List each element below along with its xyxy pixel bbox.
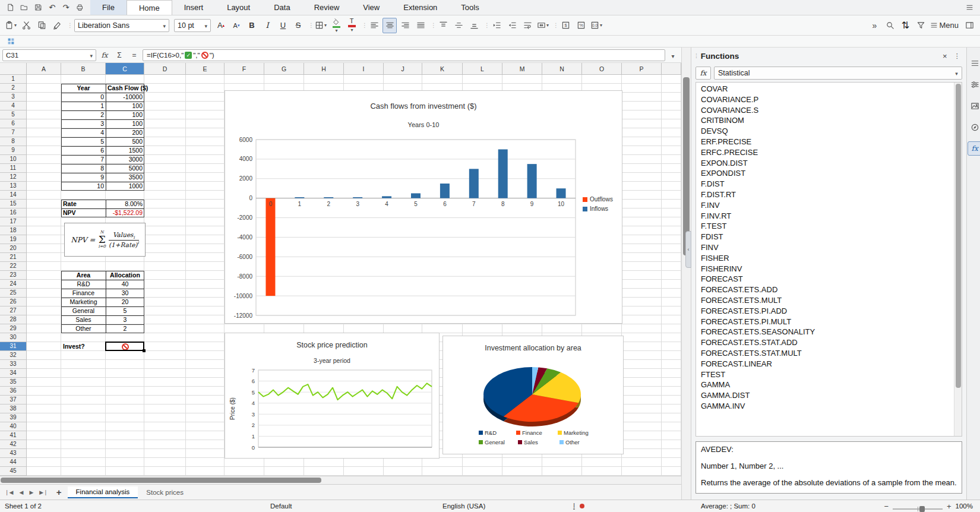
row-header-25[interactable]: 25 bbox=[0, 289, 26, 298]
cell-C5[interactable]: 100 bbox=[106, 110, 144, 119]
bold-button[interactable] bbox=[245, 18, 259, 33]
name-box[interactable]: C31 bbox=[2, 49, 96, 61]
borders-button[interactable] bbox=[314, 18, 328, 33]
function-item[interactable]: FINV bbox=[696, 242, 953, 253]
col-header-I[interactable]: I bbox=[344, 63, 384, 75]
row-header-34[interactable]: 34 bbox=[0, 369, 26, 378]
selection-summary[interactable]: Average: ; Sum: 0 bbox=[701, 500, 755, 512]
zoom-out-icon[interactable] bbox=[884, 502, 889, 511]
cell-B11[interactable]: 8 bbox=[61, 164, 106, 173]
gallery-icon[interactable] bbox=[968, 99, 980, 113]
align-right-button[interactable] bbox=[398, 18, 412, 33]
row-header-42[interactable]: 42 bbox=[0, 440, 26, 449]
menu-tab-tools[interactable]: Tools bbox=[449, 0, 491, 15]
cell-C28[interactable]: 3 bbox=[106, 315, 144, 324]
function-item[interactable]: COVARIANCE.S bbox=[696, 105, 953, 116]
zoom-level[interactable]: 100% bbox=[956, 502, 973, 510]
function-item[interactable]: GAMMA.DIST bbox=[696, 390, 953, 401]
col-header-A[interactable]: A bbox=[27, 63, 61, 75]
horizontal-scrollbar[interactable] bbox=[0, 476, 681, 484]
row-header-3[interactable]: 3 bbox=[0, 93, 26, 102]
row-header-6[interactable]: 6 bbox=[0, 119, 26, 128]
npv-formula-object[interactable]: NPV = N Σ i=0 Valuesi (1+Rate)i bbox=[64, 223, 146, 257]
function-item[interactable]: F.INV bbox=[696, 200, 953, 211]
paste-button[interactable] bbox=[4, 18, 18, 33]
cell-C12[interactable]: 3500 bbox=[106, 173, 144, 182]
sidebar-more-icon[interactable] bbox=[954, 52, 962, 60]
row-header-41[interactable]: 41 bbox=[0, 431, 26, 440]
functions-icon[interactable] bbox=[968, 141, 980, 156]
function-item[interactable]: GAMMA bbox=[696, 380, 953, 390]
row-header-24[interactable]: 24 bbox=[0, 280, 26, 289]
expand-formula-bar-icon[interactable] bbox=[667, 50, 679, 61]
filter-icon[interactable] bbox=[913, 18, 928, 33]
cell-C13[interactable]: 1000 bbox=[106, 182, 144, 191]
cell-B6[interactable]: 3 bbox=[61, 119, 106, 128]
row-header-27[interactable]: 27 bbox=[0, 306, 26, 315]
col-header-O[interactable]: O bbox=[582, 63, 622, 75]
function-item[interactable]: FORECAST.ETS.SEASONALITY bbox=[696, 327, 953, 337]
row-header-33[interactable]: 33 bbox=[0, 360, 26, 369]
row-header-10[interactable]: 10 bbox=[0, 155, 26, 164]
function-item[interactable]: FDIST bbox=[696, 232, 953, 242]
hamburger-menu-icon[interactable] bbox=[963, 2, 975, 14]
row-header-16[interactable]: 16 bbox=[0, 208, 26, 217]
decrease-indent-button[interactable] bbox=[505, 18, 519, 33]
sidebar-toggle-icon[interactable] bbox=[962, 18, 976, 33]
font-name-combobox[interactable]: Liberation Sans bbox=[74, 19, 169, 32]
row-header-4[interactable]: 4 bbox=[0, 102, 26, 110]
cell-B15[interactable]: Rate bbox=[61, 200, 106, 208]
row-header-5[interactable]: 5 bbox=[0, 110, 26, 119]
col-header-K[interactable]: K bbox=[422, 63, 463, 75]
next-sheet-icon[interactable]: ▶ bbox=[27, 489, 36, 495]
row-header-38[interactable]: 38 bbox=[0, 404, 26, 413]
cell-C23[interactable]: Allocation bbox=[106, 271, 144, 280]
cell-B5[interactable]: 2 bbox=[61, 110, 106, 119]
col-header-M[interactable]: M bbox=[502, 63, 542, 75]
row-header-43[interactable]: 43 bbox=[0, 449, 26, 458]
function-item[interactable]: FTEST bbox=[696, 369, 953, 380]
function-item[interactable]: ERF.PRECISE bbox=[696, 137, 953, 147]
menu-tab-review[interactable]: Review bbox=[302, 0, 352, 15]
select-all-corner[interactable] bbox=[0, 63, 27, 75]
sheet-grid[interactable]: NPV = N Σ i=0 Valuesi (1+Rate)i 600 bbox=[27, 75, 681, 476]
last-sheet-icon[interactable]: ▶❘ bbox=[37, 489, 50, 495]
col-header-N[interactable]: N bbox=[542, 63, 582, 75]
add-sheet-button[interactable]: + bbox=[52, 487, 67, 497]
horizontal-scrollbar-thumb[interactable] bbox=[1, 478, 321, 483]
col-header-G[interactable]: G bbox=[264, 63, 304, 75]
equals-icon[interactable] bbox=[128, 51, 141, 59]
function-item[interactable]: F.DIST bbox=[696, 179, 953, 189]
stock-price-chart[interactable]: 01234567Price ($)Stock price prediction3… bbox=[225, 333, 440, 459]
undo-icon[interactable]: ↶ bbox=[46, 2, 58, 14]
vertical-scrollbar[interactable] bbox=[681, 48, 691, 500]
vertical-scrollbar-thumb[interactable] bbox=[683, 77, 690, 255]
row-header-11[interactable]: 11 bbox=[0, 164, 26, 173]
col-header-H[interactable]: H bbox=[304, 63, 344, 75]
function-item[interactable]: FORECAST.ETS.STAT.ADD bbox=[696, 337, 953, 348]
function-item[interactable]: F.INV.RT bbox=[696, 211, 953, 222]
function-item[interactable]: FISHERINV bbox=[696, 264, 953, 274]
function-item[interactable]: FORECAST.ETS.MULT bbox=[696, 295, 953, 306]
menu-tab-layout[interactable]: Layout bbox=[215, 0, 262, 15]
cashflow-chart[interactable]: 6000400020000-2000-4000-6000-8000-10000-… bbox=[225, 90, 622, 324]
cell-C24[interactable]: 40 bbox=[106, 280, 144, 289]
allocation-pie-chart[interactable]: Investment allocation by areaR&DFinanceM… bbox=[442, 336, 624, 454]
function-item[interactable]: F.TEST bbox=[696, 221, 953, 232]
insert-function-button[interactable] bbox=[696, 67, 711, 80]
cell-B9[interactable]: 6 bbox=[61, 146, 106, 155]
sheet-info[interactable]: Sheet 1 of 2 bbox=[5, 500, 42, 512]
row-header-1[interactable]: 1 bbox=[0, 75, 26, 84]
row-header-32[interactable]: 32 bbox=[0, 351, 26, 360]
format-as-currency-button[interactable]: $ bbox=[558, 18, 573, 33]
properties-icon[interactable] bbox=[968, 77, 980, 91]
cell-B28[interactable]: Sales bbox=[61, 315, 106, 324]
cell-B23[interactable]: Area bbox=[61, 271, 106, 280]
cell-B26[interactable]: Marketing bbox=[61, 298, 106, 306]
row-header-8[interactable]: 8 bbox=[0, 137, 26, 146]
function-list-scrollbar-thumb[interactable] bbox=[956, 84, 961, 388]
cell-B8[interactable]: 5 bbox=[61, 137, 106, 146]
row-header-7[interactable]: 7 bbox=[0, 128, 26, 137]
row-header-17[interactable]: 17 bbox=[0, 217, 26, 226]
cell-C4[interactable]: 100 bbox=[106, 102, 144, 110]
